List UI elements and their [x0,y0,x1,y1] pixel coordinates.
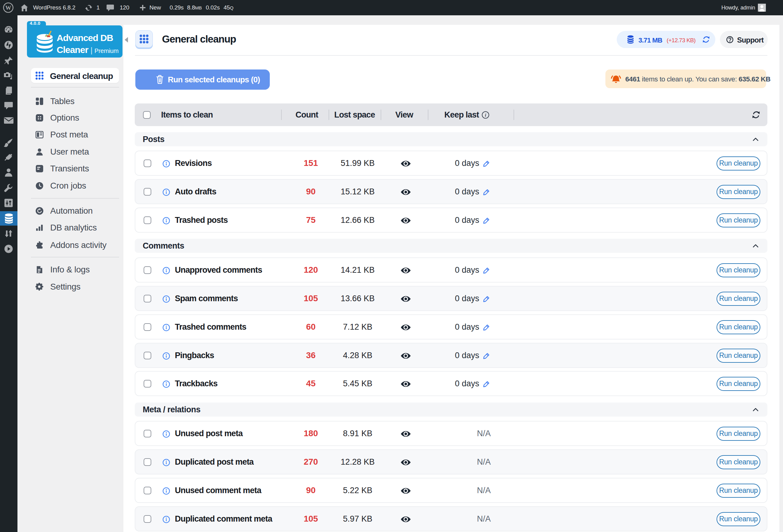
svg-text:i: i [485,113,486,118]
svg-text:W: W [5,5,11,11]
